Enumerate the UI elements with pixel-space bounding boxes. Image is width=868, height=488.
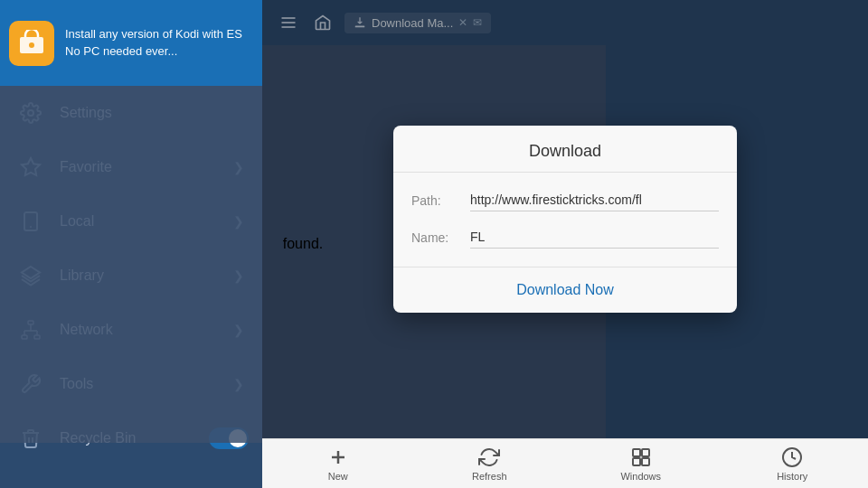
svg-point-1 [29, 42, 34, 48]
svg-rect-21 [642, 449, 649, 456]
modal-divider-top [393, 172, 737, 173]
history-label: History [777, 471, 807, 482]
windows-label: Windows [620, 471, 661, 482]
modal-overlay: Download Path: Name: Download Now [262, 0, 868, 438]
history-tab-button[interactable]: History [717, 441, 869, 487]
name-label: Name: [411, 230, 461, 245]
modal-name-field: Name: [393, 219, 737, 256]
ad-icon [9, 21, 54, 66]
svg-rect-23 [642, 458, 649, 465]
download-now-button[interactable]: Download Now [393, 267, 737, 313]
modal-path-field: Path: [393, 182, 737, 219]
refresh-label: Refresh [472, 471, 507, 482]
name-input[interactable] [470, 226, 719, 249]
download-modal: Download Path: Name: Download Now [393, 126, 737, 313]
svg-rect-22 [633, 458, 640, 465]
bottom-bar: New Refresh Windows History [262, 438, 868, 488]
svg-rect-20 [633, 449, 640, 456]
new-label: New [328, 471, 348, 482]
ad-text: Install any version of Kodi with ES No P… [65, 26, 253, 59]
windows-tab-button[interactable]: Windows [565, 441, 717, 487]
refresh-tab-button[interactable]: Refresh [414, 441, 566, 487]
new-tab-button[interactable]: New [262, 441, 414, 487]
path-label: Path: [411, 193, 461, 208]
ad-banner[interactable]: Install any version of Kodi with ES No P… [0, 0, 262, 86]
path-input[interactable] [470, 189, 719, 211]
modal-title: Download [393, 126, 737, 172]
